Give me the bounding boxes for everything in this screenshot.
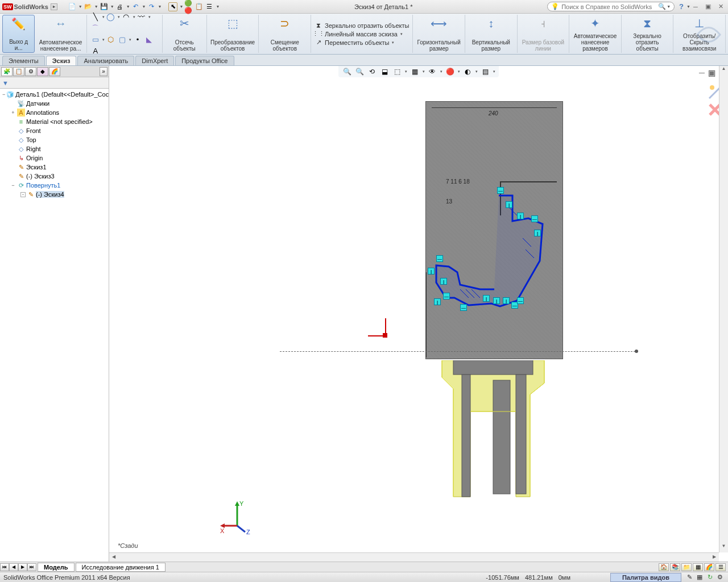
nav-next-icon[interactable]: ▶ — [18, 563, 27, 571]
nav-last-icon[interactable]: ⏭ — [27, 563, 36, 571]
status-options-icon[interactable]: ⚙ — [715, 573, 725, 581]
select-icon[interactable]: ⬉ — [168, 2, 177, 11]
view-orient-icon[interactable]: ⬚ — [392, 67, 402, 76]
chamfer-icon[interactable]: ◣ — [144, 35, 154, 45]
tree-root[interactable]: −🧊Деталь1 (Default<<Default>_Coc — [0, 90, 109, 99]
new-icon[interactable]: 📄 — [68, 2, 77, 11]
dropdown-arrow-icon[interactable]: ▾ — [475, 69, 478, 74]
tab-elements[interactable]: Элементы — [2, 56, 45, 65]
dropdown-arrow-icon[interactable]: ▾ — [102, 38, 105, 42]
relation-marker[interactable]: | — [434, 298, 441, 305]
text-icon[interactable]: A — [90, 46, 101, 56]
arc-icon[interactable]: ◠ — [121, 12, 131, 22]
dropdown-arrow-icon[interactable]: ▼ — [126, 5, 130, 9]
dropdown-arrow-icon[interactable]: ▾ — [133, 15, 135, 19]
tab-dimxpert[interactable]: DimXpert — [135, 56, 174, 65]
task-panel-label[interactable]: Палитра видов — [610, 573, 681, 582]
tree-annotations[interactable]: +AAnnotations — [0, 108, 109, 117]
rebuild-icon[interactable]: 🟢🔴 — [184, 2, 193, 11]
options-icon[interactable]: 📋 — [195, 2, 204, 11]
dropdown-arrow-icon[interactable]: ▾ — [440, 69, 442, 74]
relation-marker[interactable]: — — [531, 215, 538, 222]
tree-sketch1[interactable]: ✎Эскиз1 — [0, 163, 109, 172]
tree-sketch3[interactable]: ✎(-) Эскиз3 — [0, 172, 109, 181]
relation-marker[interactable]: — — [497, 187, 504, 194]
tree-origin[interactable]: ↳Origin — [0, 153, 109, 163]
scene-icon[interactable]: ◐ — [462, 67, 473, 76]
dropdown-arrow-icon[interactable]: ▼ — [78, 5, 82, 9]
dropdown-arrow-icon[interactable]: ▼ — [158, 5, 162, 9]
open-icon[interactable]: 📂 — [84, 2, 93, 11]
motion-study-tab[interactable]: Исследование движения 1 — [76, 563, 166, 572]
point-icon[interactable]: • — [133, 35, 143, 45]
linear-pattern-button[interactable]: ⋮⋮Линейный массив эскиза▾ — [315, 30, 403, 38]
feature-tree-tab[interactable]: 🧩 — [1, 67, 13, 76]
move-entities-button[interactable]: ↗Переместить объекты▾ — [315, 39, 394, 47]
print-icon[interactable]: 🖨 — [115, 2, 125, 11]
vp-maximize-icon[interactable]: ▣ — [708, 68, 715, 77]
dropdown-arrow-icon[interactable]: ▾ — [405, 69, 407, 74]
maximize-button[interactable]: ▣ — [703, 3, 713, 11]
relation-marker[interactable]: — — [517, 297, 524, 304]
circle-icon[interactable]: ◯ — [106, 12, 116, 22]
dropdown-arrow-icon[interactable]: ▼ — [94, 5, 98, 9]
relation-marker[interactable]: | — [506, 201, 512, 208]
offset-button[interactable]: ⊃ Смещение объектов — [259, 15, 311, 53]
polygon-icon[interactable]: ⬡ — [106, 35, 116, 45]
section-view-icon[interactable]: ⬓ — [379, 67, 390, 76]
tab-analyze[interactable]: Анализировать — [77, 56, 134, 65]
trim-button[interactable]: ✂ Отсечь объекты — [163, 15, 207, 53]
tree-right[interactable]: ◇Right — [0, 144, 109, 153]
sketch-exit-button[interactable]: ✏️ Выхо д и... — [2, 15, 35, 53]
slot-icon[interactable]: ▢ — [117, 35, 127, 45]
graphics-viewport[interactable]: 🔍 🔍 ⟲ ⬓ ⬚▾ ▦▾ 👁▾ 🔴▾ ◐▾ ▤▾ ─ ▣ ✕ — [109, 66, 728, 562]
dropdown-arrow-icon[interactable]: ▾ — [400, 32, 403, 36]
tab-office[interactable]: Продукты Office — [175, 56, 234, 65]
relation-marker[interactable]: — — [460, 304, 467, 311]
horizontal-scrollbar[interactable]: ◀ ▶ — [109, 552, 719, 562]
relation-marker[interactable]: | — [440, 278, 447, 285]
horizontal-dim-button[interactable]: ⟷ Горизонтальный размер — [413, 15, 465, 53]
dropdown-arrow-icon[interactable]: ▾ — [392, 40, 394, 45]
auto-dimension-button[interactable]: ↔ Автоматическое нанесение ра... — [35, 15, 87, 53]
rectangle-icon[interactable]: ▭ — [90, 35, 101, 45]
spline-icon[interactable]: 〰 — [136, 12, 147, 22]
relation-marker[interactable]: | — [493, 297, 500, 304]
vertical-scrollbar[interactable]: ▲ ▼ — [719, 66, 728, 552]
dropdown-arrow-icon[interactable]: ▾ — [458, 69, 460, 74]
view-triad[interactable]: X Y Z — [220, 500, 254, 534]
dropdown-arrow-icon[interactable]: ▼ — [686, 5, 690, 9]
dropdown-arrow-icon[interactable]: ▾ — [423, 69, 425, 74]
dropdown-arrow-icon[interactable]: ▾ — [493, 69, 495, 74]
dropdown-arrow-icon[interactable]: ▾ — [118, 15, 120, 19]
display-style-icon[interactable]: ▦ — [410, 67, 420, 76]
dropdown-arrow-icon[interactable]: ▼ — [179, 5, 183, 9]
home-icon[interactable]: 🏠 — [659, 563, 669, 571]
app-menu-arrow-icon[interactable]: ▸ — [51, 3, 57, 10]
zoom-area-icon[interactable]: 🔍 — [354, 67, 365, 76]
tab-sketch[interactable]: Эскиз — [46, 56, 77, 65]
vp-minimize-icon[interactable]: ─ — [699, 68, 705, 77]
model-tab[interactable]: Модель — [38, 563, 75, 572]
zoom-fit-icon[interactable]: 🔍 — [342, 67, 352, 76]
tree-top[interactable]: ◇Top — [0, 135, 109, 144]
nav-first-icon[interactable]: ⏮ — [0, 563, 9, 571]
tree-material[interactable]: ≡Material <not specified> — [0, 117, 109, 126]
relation-marker[interactable]: | — [517, 213, 524, 219]
fillet-icon[interactable]: ⌒ — [90, 23, 101, 34]
settings-icon[interactable]: ☰ — [205, 2, 214, 11]
filter-bar[interactable]: ▼ — [0, 77, 109, 89]
mirror2-button[interactable]: ⧗ Зеркально отразить объекты — [622, 15, 674, 53]
tree-revolve[interactable]: −⟳Повернуть1 — [0, 181, 109, 190]
search-icon[interactable]: 🔍 — [658, 3, 666, 10]
undo-icon[interactable]: ↶ — [131, 2, 140, 11]
status-edit-icon[interactable]: ✎ — [685, 573, 694, 581]
auto-dim2-button[interactable]: ✦ Автоматическое нанесение размеров — [569, 15, 622, 53]
convert-button[interactable]: ⬚ Преобразование объектов — [207, 15, 259, 53]
relation-marker[interactable]: — — [443, 293, 450, 300]
dropdown-arrow-icon[interactable]: ▼ — [667, 5, 671, 9]
dropdown-arrow-icon[interactable]: ▼ — [110, 5, 114, 9]
nav-prev-icon[interactable]: ◀ — [9, 563, 18, 571]
tree-sketch4[interactable]: -✎(-) Эскиз4 — [0, 190, 109, 199]
status-rebuild-icon[interactable]: ↻ — [705, 573, 714, 581]
